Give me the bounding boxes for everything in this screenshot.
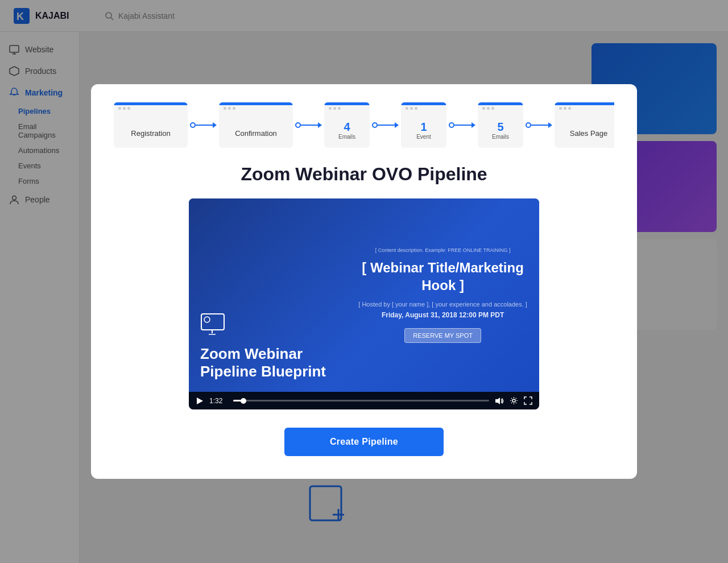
video-progress-bar[interactable]: [233, 400, 489, 401]
video-fullscreen-button[interactable]: [524, 396, 532, 405]
flow-arrow-2: [295, 122, 322, 128]
create-pipeline-button[interactable]: Create Pipeline: [284, 428, 444, 456]
svg-point-20: [512, 399, 515, 402]
pipeline-flow: Registration Confirmation: [114, 102, 614, 148]
flow-step-emails1: 4 Emails: [324, 102, 370, 148]
video-settings-button[interactable]: [510, 396, 518, 405]
video-monitor-icon: [200, 313, 231, 338]
video-date: Friday, August 31, 2018 12:00 PM PDT: [382, 311, 504, 319]
volume-icon: [495, 397, 504, 405]
play-icon: [196, 397, 204, 405]
video-player[interactable]: Zoom Webinar Pipeline Blueprint [ Conten…: [189, 198, 539, 409]
flow-arrow-5: [526, 122, 552, 128]
svg-marker-18: [197, 398, 203, 404]
video-volume-button[interactable]: [495, 397, 504, 405]
flow-step-sales-page: Sales Page: [555, 102, 614, 148]
flow-step-event: 1 Event: [401, 102, 446, 148]
flow-step-registration: Registration: [114, 102, 188, 148]
svg-point-14: [204, 317, 210, 322]
flow-arrow-3: [372, 122, 399, 128]
video-title-overlay: [ Webinar Title/Marketing Hook ]: [358, 259, 528, 294]
video-play-button[interactable]: [196, 397, 204, 405]
fullscreen-icon: [524, 396, 532, 405]
video-current-time: 1:32: [209, 397, 228, 405]
flow-arrow-1: [190, 122, 217, 128]
flow-arrow-4: [449, 122, 475, 128]
video-right: [ Content description. Example: FREE ONL…: [346, 198, 539, 392]
video-tag: [ Content description. Example: FREE ONL…: [375, 247, 511, 253]
modal-title: Zoom Webinar OVO Pipeline: [241, 164, 487, 185]
modal-overlay[interactable]: Registration Confirmation: [0, 0, 728, 563]
video-controls: 1:32: [189, 392, 539, 409]
flow-step-emails2: 5 Emails: [478, 102, 523, 148]
video-progress-dot: [241, 398, 246, 404]
svg-marker-19: [495, 398, 500, 404]
video-host: [ Hosted by [ your name ], [ your experi…: [358, 301, 527, 308]
flow-step-confirmation: Confirmation: [219, 102, 293, 148]
settings-icon: [510, 396, 518, 405]
video-left: Zoom Webinar Pipeline Blueprint: [200, 313, 359, 380]
video-blueprint-title: Zoom Webinar Pipeline Blueprint: [200, 345, 359, 380]
video-reserve-button[interactable]: RESERVE MY SPOT: [404, 328, 481, 343]
video-main-area: Zoom Webinar Pipeline Blueprint [ Conten…: [189, 198, 539, 392]
modal: Registration Confirmation: [91, 84, 637, 479]
